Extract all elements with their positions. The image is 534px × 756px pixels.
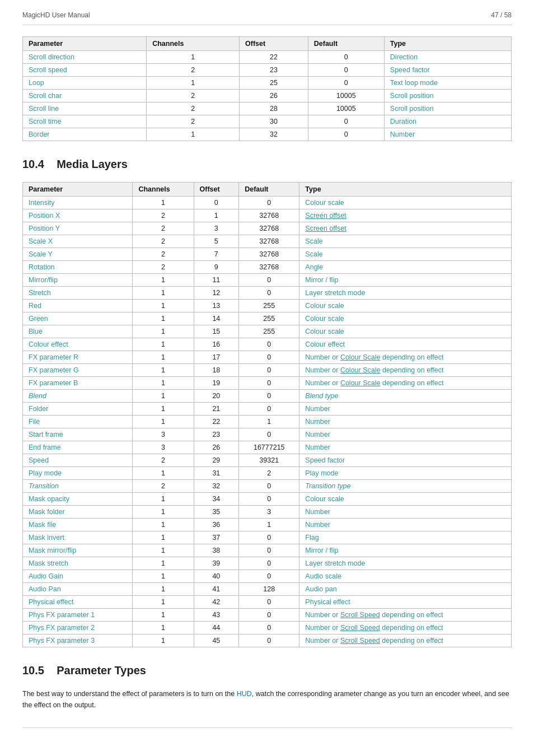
channels-cell: 1	[133, 300, 194, 312]
param-cell: Rotation	[23, 261, 133, 274]
col-offset: Offset	[240, 37, 308, 51]
manual-title: MagicHD User Manual	[22, 11, 90, 19]
table-row: Position X2132768Screen offset	[23, 209, 512, 222]
table-row: Audio Gain1400Audio scale	[23, 570, 512, 583]
default-cell: 32768	[239, 222, 299, 235]
param-cell: Loop	[23, 77, 147, 90]
param-cell: FX parameter R	[23, 351, 133, 364]
channels-cell: 1	[133, 609, 194, 622]
param-cell: End frame	[23, 441, 133, 454]
table-row: Mask opacity1340Colour scale	[23, 493, 512, 506]
param-cell: Folder	[23, 403, 133, 416]
type-cell: Transition type	[299, 480, 512, 493]
para-text1: The best way to understand the effect of…	[22, 690, 237, 698]
table-row: Intensity100Colour scale	[23, 197, 512, 209]
default-cell: 0	[308, 115, 384, 128]
param-cell: Mask stretch	[23, 557, 133, 570]
table-row: Scroll time2300Duration	[23, 115, 512, 128]
param-cell: File	[23, 416, 133, 428]
table-row: Phys FX parameter 21440Number or Scroll …	[23, 622, 512, 634]
channels-cell: 1	[133, 596, 194, 609]
offset-cell: 23	[194, 428, 239, 441]
table-row: Rotation2932768Angle	[23, 261, 512, 274]
channels-cell: 1	[133, 519, 194, 531]
channels-cell: 2	[147, 115, 240, 128]
type-cell: Direction	[384, 51, 511, 64]
param-cell: Blue	[23, 325, 133, 338]
media-layers-table: Parameter Channels Offset Default Type I…	[22, 182, 512, 647]
table-row: Blend1200Blend type	[23, 390, 512, 403]
channels-cell: 1	[133, 274, 194, 287]
param-cell: Blend	[23, 390, 133, 403]
table-row: Mask invert1370Flag	[23, 531, 512, 544]
type-cell: Number	[299, 441, 512, 454]
param-cell: Green	[23, 312, 133, 325]
channels-cell: 2	[133, 454, 194, 467]
table-row: Position Y2332768Screen offset	[23, 222, 512, 235]
param-cell: Start frame	[23, 428, 133, 441]
table-row: Folder1210Number	[23, 403, 512, 416]
type-cell: Number or Scroll Speed depending on effe…	[299, 634, 512, 647]
table-row: Start frame3230Number	[23, 428, 512, 441]
table-row: FX parameter G1180Number or Colour Scale…	[23, 364, 512, 377]
col-parameter: Parameter	[23, 183, 133, 197]
channels-cell: 2	[147, 64, 240, 77]
table-row: Speed22939321Speed factor	[23, 454, 512, 467]
param-cell: Transition	[23, 480, 133, 493]
default-cell: 0	[308, 51, 384, 64]
default-cell: 39321	[239, 454, 299, 467]
offset-cell: 26	[240, 90, 308, 102]
type-cell: Audio pan	[299, 583, 512, 596]
channels-cell: 1	[133, 351, 194, 364]
table-row: Audio Pan141128Audio pan	[23, 583, 512, 596]
table-row: Physical effect1420Physical effect	[23, 596, 512, 609]
type-cell: Scroll position	[384, 90, 511, 102]
type-cell: Scroll position	[384, 102, 511, 115]
col-parameter: Parameter	[23, 37, 147, 51]
default-cell: 16777215	[239, 441, 299, 454]
default-cell: 10005	[308, 90, 384, 102]
default-cell: 0	[239, 287, 299, 300]
type-cell: Flag	[299, 531, 512, 544]
hud-link[interactable]: HUD	[237, 690, 252, 698]
type-cell: Text loop mode	[384, 77, 511, 90]
offset-cell: 44	[194, 622, 239, 634]
offset-cell: 12	[194, 287, 239, 300]
table-row: Scroll speed2230Speed factor	[23, 64, 512, 77]
channels-cell: 1	[133, 634, 194, 647]
page-divider	[22, 727, 512, 728]
default-cell: 0	[239, 596, 299, 609]
default-cell: 32768	[239, 261, 299, 274]
offset-cell: 21	[194, 403, 239, 416]
offset-cell: 42	[194, 596, 239, 609]
type-cell: Physical effect	[299, 596, 512, 609]
offset-cell: 32	[240, 128, 308, 141]
type-cell: Number or Colour Scale depending on effe…	[299, 364, 512, 377]
type-cell: Angle	[299, 261, 512, 274]
default-cell: 10005	[308, 102, 384, 115]
channels-cell: 1	[133, 338, 194, 351]
channels-cell: 1	[133, 364, 194, 377]
offset-cell: 7	[194, 248, 239, 261]
default-cell: 0	[239, 377, 299, 390]
type-cell: Colour scale	[299, 325, 512, 338]
col-default: Default	[308, 37, 384, 51]
param-cell: Scale Y	[23, 248, 133, 261]
type-cell: Colour effect	[299, 338, 512, 351]
section-number: 10.4	[22, 158, 44, 170]
default-cell: 0	[239, 622, 299, 634]
channels-cell: 2	[133, 480, 194, 493]
default-cell: 0	[239, 544, 299, 557]
offset-cell: 26	[194, 441, 239, 454]
channels-cell: 2	[147, 90, 240, 102]
offset-cell: 0	[194, 197, 239, 209]
offset-cell: 34	[194, 493, 239, 506]
channels-cell: 1	[133, 197, 194, 209]
type-cell: Number	[299, 428, 512, 441]
default-cell: 0	[239, 274, 299, 287]
offset-cell: 15	[194, 325, 239, 338]
default-cell: 255	[239, 300, 299, 312]
default-cell: 0	[239, 480, 299, 493]
channels-cell: 1	[147, 128, 240, 141]
param-cell: Position X	[23, 209, 133, 222]
